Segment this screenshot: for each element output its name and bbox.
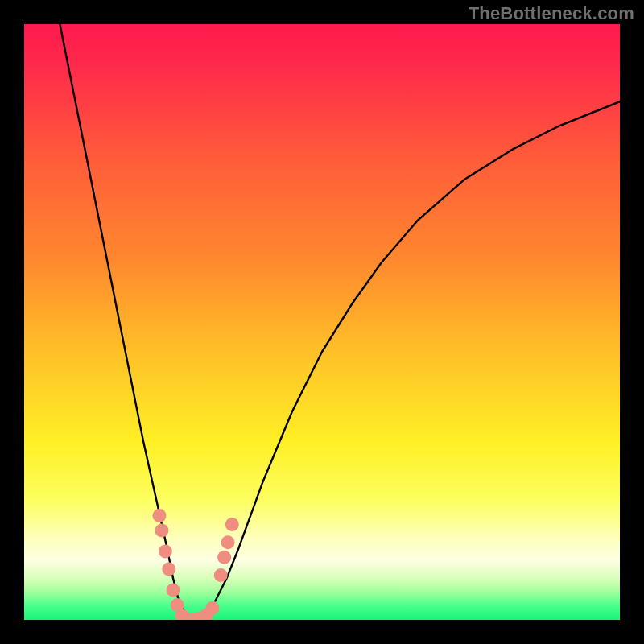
marker-dot [221, 535, 235, 549]
bottleneck-chart-svg [24, 24, 620, 620]
marker-dot [205, 601, 219, 615]
marker-dot [225, 518, 239, 531]
marker-dot [155, 524, 168, 538]
marker-dot [214, 568, 228, 582]
plot-area [24, 24, 620, 620]
chart-frame: TheBottleneck.com [0, 0, 644, 644]
marker-dot [162, 563, 175, 576]
marker-dot [159, 544, 172, 558]
marker-dot [152, 509, 166, 522]
marker-dot [167, 584, 180, 597]
marker-dot [217, 551, 231, 564]
gradient-background [24, 24, 620, 620]
watermark-text: TheBottleneck.com [469, 3, 634, 24]
